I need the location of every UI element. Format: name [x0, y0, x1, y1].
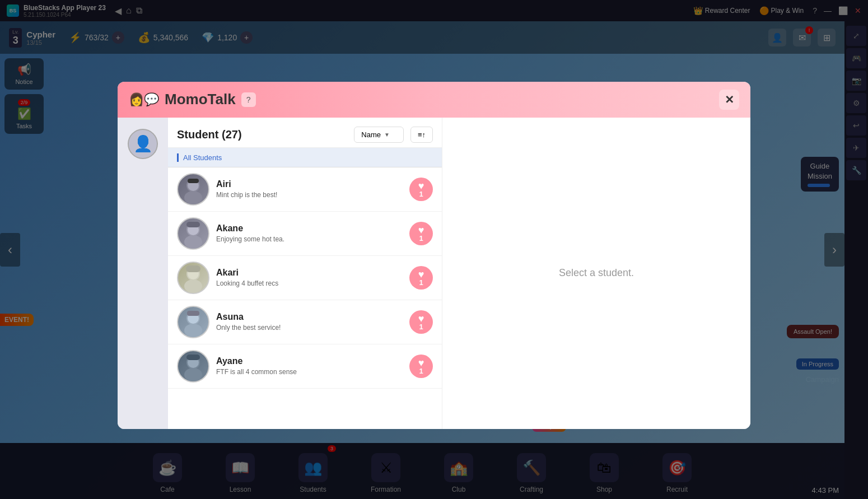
sort-label: Name: [361, 130, 381, 139]
student-name-akane: Akane: [216, 223, 403, 234]
momotalk-icon: 👩‍💬: [129, 92, 159, 107]
modal-help-button[interactable]: ?: [241, 92, 256, 107]
heart-badge-ayane: ♥ 1: [409, 355, 433, 378]
filter-label: All Students: [177, 153, 222, 162]
avatar-akari: [177, 262, 209, 294]
heart-count-ayane: 1: [419, 367, 423, 375]
heart-badge-airi: ♥ 1: [409, 178, 433, 201]
student-info-akari: Akari Looking 4 buffet recs: [216, 268, 403, 287]
sort-order-icon: ≡↑: [418, 130, 426, 139]
student-status-airi: Mint chip is the best!: [216, 191, 403, 199]
student-info-asuna: Asuna Only the best service!: [216, 312, 403, 332]
modal-title: MomoTalk: [165, 91, 236, 108]
heart-count-akane: 1: [419, 234, 423, 242]
heart-badge-akane: ♥ 1: [409, 222, 433, 245]
help-icon: ?: [246, 95, 251, 104]
select-prompt: Select a student.: [559, 267, 634, 279]
avatar-ayane: [177, 350, 209, 383]
student-status-akane: Enjoying some hot tea.: [216, 235, 403, 243]
list-title: Student (27): [177, 128, 347, 141]
sort-dropdown-arrow: ▼: [384, 132, 390, 138]
heart-count-airi: 1: [419, 190, 423, 198]
svg-point-13: [184, 324, 202, 337]
svg-point-9: [184, 279, 202, 293]
student-info-akane: Akane Enjoying some hot tea.: [216, 223, 403, 243]
modal-header: 👩‍💬 MomoTalk ? ✕: [118, 82, 750, 118]
student-count: (27): [222, 128, 242, 141]
list-title-text: Student: [177, 128, 218, 141]
student-name-ayane: Ayane: [216, 356, 403, 366]
avatar-akane: [177, 217, 209, 250]
svg-rect-3: [188, 179, 199, 183]
heart-badge-asuna: ♥ 1: [409, 310, 433, 334]
sort-order-button[interactable]: ≡↑: [410, 127, 433, 143]
student-status-akari: Looking 4 buffet recs: [216, 279, 403, 287]
student-status-ayane: FTF is all 4 common sense: [216, 368, 403, 376]
student-name-akari: Akari: [216, 268, 403, 278]
student-item-ayane[interactable]: Ayane FTF is all 4 common sense ♥ 1: [168, 344, 442, 389]
student-item-asuna[interactable]: Asuna Only the best service! ♥ 1: [168, 300, 442, 344]
svg-point-1: [184, 191, 202, 204]
heart-count-akari: 1: [419, 278, 423, 287]
modal-close-button[interactable]: ✕: [719, 90, 739, 110]
user-avatar: 👤: [128, 129, 158, 159]
avatar-asuna: [177, 306, 209, 338]
svg-rect-11: [186, 265, 200, 272]
sort-dropdown[interactable]: Name ▼: [354, 127, 404, 143]
student-list: Airi Mint chip is the best! ♥ 1: [168, 167, 442, 429]
student-name-airi: Airi: [216, 179, 403, 189]
student-item-akane[interactable]: Akane Enjoying some hot tea. ♥ 1: [168, 212, 442, 256]
close-icon: ✕: [725, 93, 734, 106]
svg-rect-7: [186, 222, 200, 227]
svg-point-5: [184, 235, 202, 249]
avatar-airi: [177, 173, 209, 206]
student-info-airi: Airi Mint chip is the best!: [216, 179, 403, 199]
modal-overlay: 👩‍💬 MomoTalk ? ✕ 👤 Student (27): [0, 0, 868, 499]
student-item-akari[interactable]: Akari Looking 4 buffet recs ♥ 1: [168, 256, 442, 300]
student-list-panel: Student (27) Name ▼ ≡↑ All Students: [168, 118, 442, 429]
student-detail-panel: Select a student.: [442, 118, 750, 429]
student-status-asuna: Only the best service!: [216, 324, 403, 332]
student-item-airi[interactable]: Airi Mint chip is the best! ♥ 1: [168, 167, 442, 212]
list-header: Student (27) Name ▼ ≡↑: [168, 118, 442, 148]
heart-count-asuna: 1: [419, 323, 423, 331]
student-name-asuna: Asuna: [216, 312, 403, 322]
modal-body: 👤 Student (27) Name ▼ ≡↑: [118, 118, 750, 429]
svg-rect-15: [187, 311, 199, 316]
momotalk-modal: 👩‍💬 MomoTalk ? ✕ 👤 Student (27): [118, 82, 750, 429]
svg-rect-19: [186, 355, 200, 360]
heart-badge-akari: ♥ 1: [409, 266, 433, 290]
svg-point-17: [184, 368, 202, 381]
student-info-ayane: Ayane FTF is all 4 common sense: [216, 356, 403, 376]
filter-bar: All Students: [168, 148, 442, 167]
avatar-panel: 👤: [118, 118, 168, 429]
